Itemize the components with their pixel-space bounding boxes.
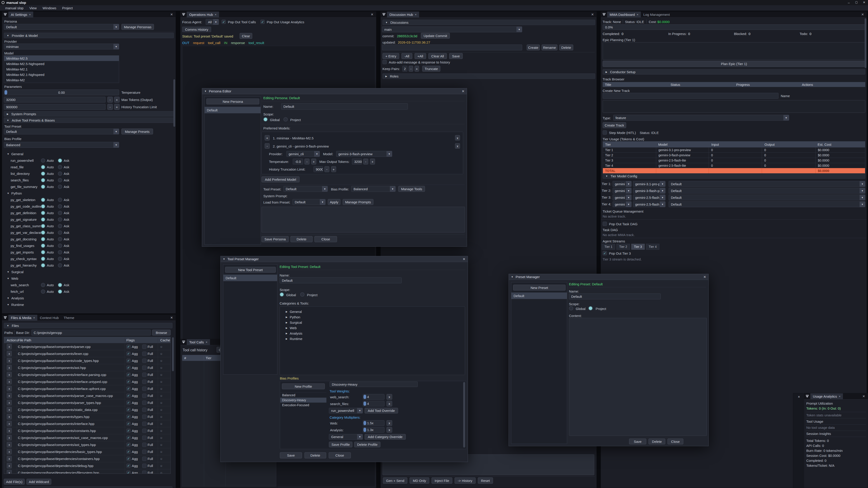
model-list-item[interactable]: MiniMax-M2.5-highspeed [4, 61, 119, 66]
track-description-textarea[interactable] [602, 100, 865, 113]
persona-select[interactable]: Default▼ [4, 24, 119, 30]
full-checkbox[interactable]: ✓ [142, 365, 147, 370]
tab-operations-hub[interactable]: Operations Hub× [187, 11, 219, 18]
full-checkbox[interactable]: ✓ [142, 464, 147, 468]
dock-icon[interactable] [180, 11, 187, 18]
keep-pairs-input[interactable]: 2 [402, 66, 407, 72]
agg-checkbox[interactable]: ✓ [126, 435, 131, 440]
delete-profile-button[interactable]: Delete Profile [354, 442, 380, 447]
pop-out-usage-checkbox[interactable]: ✓ [260, 20, 265, 24]
ask-radio[interactable] [58, 257, 62, 261]
tier-persona-select[interactable]: Default▼ [669, 195, 865, 200]
tab-usage-analytics[interactable]: Usage Analytics× [810, 393, 843, 399]
agg-checkbox[interactable]: ✓ [126, 408, 131, 412]
remove-model-2-button[interactable]: x [455, 143, 460, 149]
mma-scrollbar[interactable] [865, 18, 866, 68]
full-checkbox[interactable]: ✓ [142, 450, 147, 454]
tab-mma-dashboard[interactable]: MMA Dashboard× [607, 11, 641, 18]
tab-close-icon[interactable]: × [839, 395, 841, 398]
tool-group-header[interactable]: ▼General [4, 152, 23, 156]
tab-close-icon[interactable]: × [29, 13, 31, 16]
agg-checkbox[interactable]: ✓ [126, 372, 131, 377]
tpm-delete-button[interactable]: Delete [305, 452, 326, 458]
stream-tab[interactable]: Tier 4 [646, 244, 659, 250]
tier-provider-select[interactable]: gemini▼ [613, 195, 631, 200]
model-list-item[interactable]: MiniMax-M2.1-highspeed [4, 72, 119, 77]
category-tree-item[interactable]: ▶General [280, 309, 465, 314]
conductor-setup-header[interactable]: ▶Conductor Setup [602, 69, 865, 74]
pm-temp-input[interactable]: -0.0 [293, 159, 303, 164]
delete-discussion-button[interactable]: Delete [559, 44, 573, 51]
max-tokens-minus-button[interactable]: - [107, 97, 113, 103]
full-checkbox[interactable]: ✓ [142, 352, 147, 356]
tool-group-header[interactable]: ▼Web [4, 276, 18, 281]
ask-radio[interactable] [58, 237, 62, 241]
tab-log-management[interactable]: Log Management [641, 11, 672, 18]
ask-radio[interactable] [58, 289, 62, 294]
track-type-select[interactable]: feature▼ [613, 115, 789, 121]
ai-settings-scrollbar[interactable] [174, 79, 175, 127]
panel-close-icon[interactable]: ✕ [859, 13, 867, 16]
scope-global-radio[interactable] [264, 117, 268, 122]
temperature-slider[interactable]: 0.00 [4, 90, 119, 95]
tab-ai-settings[interactable]: AI Settings× [8, 11, 33, 18]
remove-multiplier-button[interactable]: x [386, 420, 392, 426]
stream-tab[interactable]: Tier 3 [631, 244, 645, 250]
ask-radio[interactable] [58, 230, 62, 235]
new-persona-button[interactable]: New Persona [206, 98, 259, 104]
full-checkbox[interactable]: ✓ [142, 429, 147, 433]
ask-radio[interactable] [58, 198, 62, 202]
add-wildcard-button[interactable]: Add Wildcard [26, 479, 51, 485]
remove-file-button[interactable]: x [7, 407, 12, 412]
stream-tab[interactable]: Tier 2 [616, 244, 630, 250]
files-scrollbar[interactable] [172, 337, 174, 371]
pop-out-tool-calls-checkbox[interactable]: ✓ [221, 20, 226, 24]
full-checkbox[interactable]: ✓ [142, 435, 147, 440]
close-window-icon[interactable]: ✕ [703, 275, 706, 279]
ask-radio[interactable] [58, 217, 62, 222]
remove-file-button[interactable]: x [7, 379, 12, 384]
entry-button[interactable]: Save [449, 53, 463, 59]
multiplier-slider[interactable]: 1.3x [363, 427, 384, 433]
remove-file-button[interactable]: x [7, 449, 12, 454]
remove-file-button[interactable]: x [7, 400, 12, 405]
pop-out-dag-checkbox[interactable]: ✓ [602, 222, 607, 226]
auto-radio[interactable] [41, 263, 45, 267]
scope-project-radio[interactable] [283, 117, 288, 122]
remove-multiplier-button[interactable]: x [386, 427, 392, 433]
create-discussion-button[interactable]: Create [527, 44, 540, 51]
max-tokens-plus-button[interactable]: + [114, 97, 120, 103]
entry-button[interactable]: Clear All [428, 53, 447, 59]
full-checkbox[interactable]: ✓ [142, 443, 147, 447]
add-files-button[interactable]: Add File(s) [4, 479, 25, 485]
full-checkbox[interactable]: ✓ [142, 394, 147, 398]
tab-close-icon[interactable]: × [33, 316, 35, 320]
new-tool-preset-button[interactable]: New Tool Preset [225, 267, 276, 273]
auto-radio[interactable] [41, 257, 45, 261]
remove-file-button[interactable]: x [7, 393, 12, 398]
full-checkbox[interactable]: ✓ [142, 422, 147, 426]
tier-provider-select[interactable]: gemini▼ [613, 181, 631, 187]
bias-profiles-scrollbar[interactable] [463, 382, 465, 448]
remove-file-button[interactable]: x [7, 428, 12, 433]
full-checkbox[interactable]: ✓ [142, 380, 147, 384]
active-tools-header[interactable]: ▼Active Tool Presets & Biases [4, 118, 174, 123]
preset-save-button[interactable]: Save [629, 438, 646, 445]
preset-name-input[interactable]: Default [569, 293, 661, 299]
dock-icon[interactable] [381, 11, 387, 18]
close-window-icon[interactable]: ✕ [462, 89, 465, 93]
keep-pairs-minus-button[interactable]: - [409, 66, 413, 72]
remove-weight-button[interactable]: x [386, 401, 392, 406]
full-checkbox[interactable]: ✓ [142, 415, 147, 419]
history-limit-plus-button[interactable]: + [114, 104, 120, 110]
ask-radio[interactable] [58, 211, 62, 215]
focus-agent-select[interactable]: All▼ [206, 19, 219, 25]
delete-persona-button[interactable]: Delete [290, 236, 313, 242]
multiplier-slider[interactable]: 1.5x [363, 420, 384, 426]
full-checkbox[interactable]: ✓ [142, 345, 147, 349]
agg-checkbox[interactable]: ✓ [126, 429, 131, 433]
discussion-select[interactable]: main▼ [382, 26, 522, 32]
tier-persona-select[interactable]: Default▼ [669, 188, 865, 194]
auto-radio[interactable] [41, 165, 45, 169]
tpm-scope-project-radio[interactable] [300, 292, 305, 297]
